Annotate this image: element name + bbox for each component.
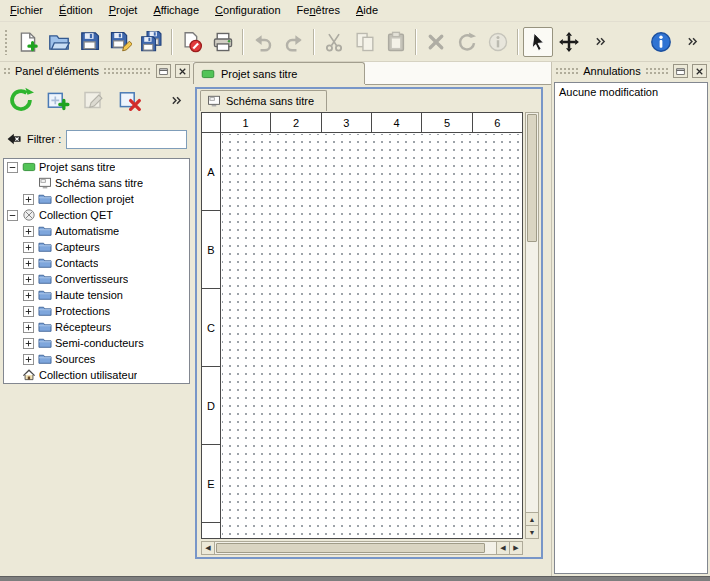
cut-button[interactable]: [319, 27, 349, 57]
expand-icon[interactable]: [23, 306, 34, 317]
dock-drag-handle[interactable]: [645, 67, 669, 75]
tree-item-collection-projet[interactable]: Collection projet: [4, 191, 189, 207]
tree-item-semi-conducteurs[interactable]: Semi-conducteurs: [4, 335, 189, 351]
tree-item-recepteurs[interactable]: Récepteurs: [4, 319, 189, 335]
float-dock-button[interactable]: [156, 64, 171, 78]
menu-edition[interactable]: Édition: [51, 0, 101, 21]
help-blue-icon: [650, 31, 672, 53]
about-qet-button[interactable]: [646, 27, 676, 57]
tree-item-convertisseurs[interactable]: Convertisseurs: [4, 271, 189, 287]
elements-panel-empty-area: [0, 384, 193, 576]
tree-item-collection-qet[interactable]: Collection QET: [4, 207, 189, 223]
dock-drag-handle[interactable]: [555, 67, 579, 75]
close-dock-button[interactable]: [175, 64, 190, 78]
scroll-up-button[interactable]: ▲: [526, 512, 538, 525]
paste-button[interactable]: [381, 27, 411, 57]
print-button[interactable]: [208, 27, 238, 57]
horizontal-scrollbar-track[interactable]: [486, 542, 496, 554]
element-new-icon: [46, 88, 70, 112]
tree-item-schema-sans-titre[interactable]: Schéma sans titre: [4, 175, 189, 191]
reload-collections-button[interactable]: [8, 87, 34, 113]
delete-button[interactable]: [421, 27, 451, 57]
dock-drag-handle[interactable]: [3, 67, 11, 75]
undo-button[interactable]: [248, 27, 278, 57]
vertical-scrollbar-thumb[interactable]: [527, 114, 537, 242]
scroll-left-button[interactable]: ◀: [202, 542, 215, 554]
tree-item-label: Protections: [55, 305, 110, 317]
tree-item-sources[interactable]: Sources: [4, 351, 189, 367]
project-tab-label: Projet sans titre: [221, 68, 297, 80]
undo-history-list[interactable]: Aucune modification: [554, 82, 708, 574]
arrow-left-icon: ◀: [500, 544, 505, 552]
float-dock-button[interactable]: [673, 64, 688, 78]
conductor-info-button[interactable]: [483, 27, 513, 57]
scroll-right-button[interactable]: ▶: [509, 542, 522, 554]
expand-icon[interactable]: [23, 354, 34, 365]
menu-bar: FichierÉditionProjetAffichageConfigurati…: [0, 0, 710, 22]
column-header: 1: [221, 113, 271, 132]
close-file-button[interactable]: [177, 27, 207, 57]
expand-icon[interactable]: [23, 322, 34, 333]
collapse-icon[interactable]: [7, 162, 18, 173]
rotate-button[interactable]: [452, 27, 482, 57]
open-project-button[interactable]: [44, 27, 74, 57]
info-gray-icon: [487, 31, 509, 53]
scroll-down-button[interactable]: ▼: [526, 525, 538, 538]
expand-icon[interactable]: [23, 194, 34, 205]
diagram-canvas[interactable]: 123456 ABCDE: [201, 112, 523, 539]
tree-item-haute-tension[interactable]: Haute tension: [4, 287, 189, 303]
menu-aide[interactable]: Aide: [348, 0, 386, 21]
toolbar-overflow-button[interactable]: [585, 27, 615, 57]
copy-button[interactable]: [350, 27, 380, 57]
new-project-button[interactable]: [13, 27, 43, 57]
dock-drag-handle[interactable]: [103, 67, 152, 75]
edit-element-button[interactable]: [82, 88, 106, 112]
project-tab-bar: Projet sans titre: [193, 62, 551, 85]
row-header: E: [202, 445, 220, 523]
tree-item-capteurs[interactable]: Capteurs: [4, 239, 189, 255]
project-tab[interactable]: Projet sans titre: [193, 62, 365, 84]
new-element-button[interactable]: [46, 88, 70, 112]
arrow-right-icon: ▶: [513, 544, 518, 552]
expand-icon[interactable]: [23, 258, 34, 269]
expand-icon[interactable]: [23, 290, 34, 301]
save-as-button[interactable]: [106, 27, 136, 57]
undo-empty-text: Aucune modification: [559, 86, 703, 98]
tree-item-automatisme[interactable]: Automatisme: [4, 223, 189, 239]
expand-icon[interactable]: [23, 274, 34, 285]
menu-fichier[interactable]: Fichier: [2, 0, 51, 21]
toolbar-drag-handle[interactable]: [4, 29, 9, 55]
close-dock-button[interactable]: [692, 64, 707, 78]
schema-tab[interactable]: Schéma sans titre: [200, 90, 327, 111]
horizontal-scrollbar[interactable]: ◀ ◀ ▶: [201, 541, 523, 555]
vertical-scrollbar-track[interactable]: [526, 243, 538, 512]
folder-icon: [38, 240, 52, 254]
menu-affichage[interactable]: Affichage: [145, 0, 207, 21]
scroll-left-step-button[interactable]: ◀: [496, 542, 509, 554]
tree-item-collection-utilisateur[interactable]: Collection utilisateur: [4, 367, 189, 383]
delete-element-button[interactable]: [118, 88, 142, 112]
expand-icon[interactable]: [23, 226, 34, 237]
vertical-scrollbar[interactable]: ▲ ▼: [525, 112, 539, 539]
expand-icon[interactable]: [23, 338, 34, 349]
selection-mode-button[interactable]: [523, 27, 553, 57]
tree-item-projet-sans-titre[interactable]: Projet sans titre: [4, 159, 189, 175]
tree-item-contacts[interactable]: Contacts: [4, 255, 189, 271]
collapse-icon[interactable]: [7, 210, 18, 221]
save-all-button[interactable]: [137, 27, 167, 57]
filter-input[interactable]: [66, 130, 187, 149]
menu-fenetres[interactable]: Fenêtres: [289, 0, 348, 21]
column-header: 6: [473, 113, 522, 132]
menu-projet[interactable]: Projet: [101, 0, 146, 21]
help-overflow-button[interactable]: [677, 27, 707, 57]
expand-icon[interactable]: [23, 242, 34, 253]
save-button[interactable]: [75, 27, 105, 57]
redo-button[interactable]: [279, 27, 309, 57]
horizontal-scrollbar-thumb[interactable]: [216, 543, 485, 553]
folder-icon: [38, 256, 52, 270]
tree-item-protections[interactable]: Protections: [4, 303, 189, 319]
menu-configuration[interactable]: Configuration: [207, 0, 288, 21]
visualisation-mode-button[interactable]: [554, 27, 584, 57]
panel-overflow-button[interactable]: [170, 94, 183, 107]
folder-icon: [38, 288, 52, 302]
